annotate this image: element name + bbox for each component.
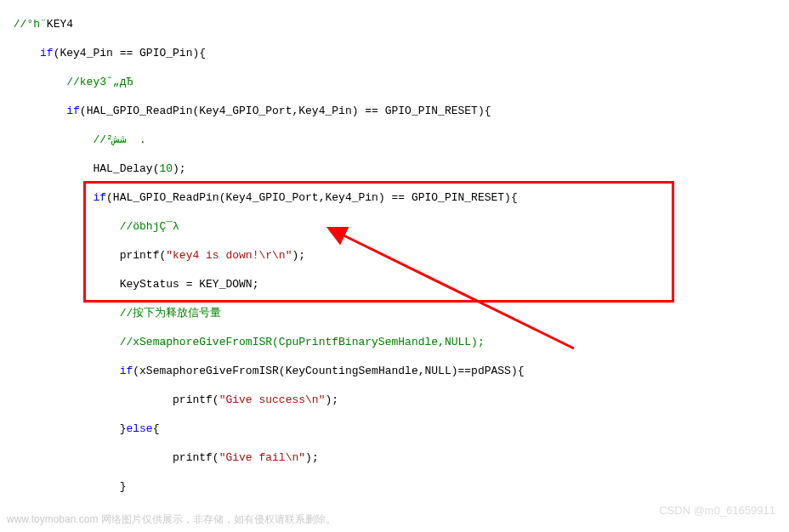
code-text: printf( xyxy=(173,393,219,406)
code-text: KeyStatus = KEY_DOWN; xyxy=(120,278,259,291)
string-literal: "Give fail\n" xyxy=(219,451,305,464)
watermark-left: www.toymoban.com 网络图片仅供展示，非存储，如有侵权请联系删除。 xyxy=(7,512,336,527)
code-text: printf( xyxy=(173,451,219,464)
number-literal: 10 xyxy=(159,162,173,175)
keyword-if: if xyxy=(40,47,54,59)
brace: } xyxy=(120,480,127,493)
code-text: ); xyxy=(325,393,338,406)
code-text: (xSemaphoreGiveFromISR(KeyCountingSemHan… xyxy=(133,365,524,377)
brace: { xyxy=(153,422,160,435)
comment: //按下为释放信号量 xyxy=(120,307,222,320)
code-text: (HAL_GPIO_ReadPin(Key4_GPIO_Port,Key4_Pi… xyxy=(80,105,491,117)
code-text: HAL_Delay( xyxy=(93,162,159,175)
code-token: KEY4 xyxy=(47,18,73,31)
comment: //xSemaphoreGiveFromISR(CpuPrintfBinaryS… xyxy=(120,336,485,348)
watermark-right: CSDN @m0_61659911 xyxy=(659,504,775,517)
keyword-if: if xyxy=(93,191,106,204)
code-editor: //°h¨KEY4 if(Key4_Pin == GPIO_Pin){ //ke… xyxy=(0,0,789,532)
string-literal: "Give success\n" xyxy=(219,393,326,406)
code-text: (HAL_GPIO_ReadPin(Key4_GPIO_Port,Key4_Pi… xyxy=(106,191,518,204)
code-text: printf( xyxy=(120,249,167,262)
code-text: ); xyxy=(305,451,319,464)
code-text: ); xyxy=(292,249,305,262)
string-literal: "key4 is down!\r\n" xyxy=(166,249,292,262)
code-text: ); xyxy=(173,162,186,175)
comment: //key3ˆ„дЂ xyxy=(66,76,133,88)
comment: //شش² . xyxy=(93,133,145,146)
keyword-if: if xyxy=(120,365,133,377)
keyword-else: else xyxy=(126,422,152,435)
keyword-if: if xyxy=(66,105,80,117)
code-text: (Key4_Pin == GPIO_Pin){ xyxy=(54,47,206,59)
comment: //öbhjÇ¯λ xyxy=(120,220,179,233)
comment: //°h¨ xyxy=(14,18,47,31)
